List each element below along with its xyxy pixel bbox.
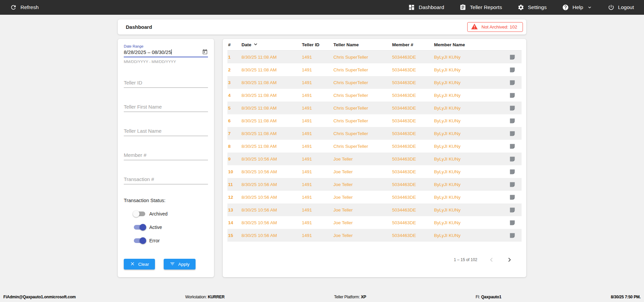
cell-teller-id: 1491	[302, 195, 333, 200]
col-teller-name: Teller Name	[333, 42, 392, 47]
table-row[interactable]: 78/30/25 11:08 AM1491Chris SuperTeller50…	[227, 127, 522, 140]
previous-page-icon[interactable]	[487, 256, 495, 264]
nav-help[interactable]: Help	[562, 4, 592, 11]
col-teller-id: Teller ID	[302, 42, 333, 47]
note-icon[interactable]	[503, 156, 522, 162]
cell-member-number: 5034463DE	[392, 67, 434, 72]
cell-member-number: 5034463DE	[392, 144, 434, 149]
calendar-icon[interactable]	[202, 49, 208, 55]
cell-date: 8/30/25 11:08 AM	[241, 80, 302, 85]
cell-number: 12	[227, 195, 241, 200]
gear-icon	[518, 4, 524, 11]
help-icon	[562, 4, 569, 11]
teller-first-name-input[interactable]	[124, 103, 208, 112]
cell-teller-name: Chris SuperTeller	[333, 131, 392, 136]
nav-teller-reports[interactable]: Teller Reports	[460, 4, 502, 11]
table-row[interactable]: 128/30/25 10:56 AM1491Joe Teller5034463D…	[227, 191, 522, 203]
nav-dashboard[interactable]: Dashboard	[408, 4, 444, 11]
table-row[interactable]: 18/30/25 11:08 AM1491Chris SuperTeller50…	[227, 51, 522, 63]
cell-number: 7	[227, 131, 241, 136]
note-icon[interactable]	[503, 220, 522, 226]
cell-date: 8/30/25 10:56 AM	[241, 207, 302, 213]
teller-last-name-input[interactable]	[124, 127, 208, 136]
next-page-icon[interactable]	[505, 256, 514, 264]
note-icon[interactable]	[503, 207, 522, 213]
warning-icon	[471, 23, 478, 31]
date-range-field[interactable]: Date Range 8/28/2025 – 08/30/25 MM/DD/YY…	[124, 44, 208, 64]
cell-teller-id: 1491	[302, 93, 333, 98]
not-archived-badge: Not Archived: 102	[467, 22, 523, 32]
refresh-button[interactable]: Refresh	[10, 4, 39, 11]
error-toggle[interactable]	[134, 238, 145, 243]
filter-icon	[170, 261, 175, 267]
table-row[interactable]: 98/30/25 10:56 AM1491Joe Teller5034463DE…	[227, 153, 522, 165]
table-row[interactable]: 148/30/25 10:56 AM1491Joe Teller5034463D…	[227, 216, 522, 229]
table-row[interactable]: 68/30/25 11:08 AM1491Chris SuperTeller50…	[227, 114, 522, 127]
member-number-input[interactable]	[124, 151, 208, 160]
cell-date: 8/30/25 11:08 AM	[241, 144, 302, 149]
cell-date: 8/30/25 10:56 AM	[241, 195, 302, 200]
nav-teller-reports-label: Teller Reports	[470, 4, 502, 10]
note-icon[interactable]	[503, 67, 522, 73]
cell-member-name: ByLyJI KUNy	[434, 220, 503, 225]
cell-member-name: ByLyJI KUNy	[434, 207, 503, 213]
note-icon[interactable]	[503, 54, 522, 60]
table-row[interactable]: 108/30/25 10:56 AM1491Joe Teller5034463D…	[227, 165, 522, 178]
cell-date: 8/30/25 11:08 AM	[241, 67, 302, 72]
nav-logout[interactable]: Logout	[608, 4, 634, 11]
note-icon[interactable]	[503, 143, 522, 149]
teller-id-input[interactable]	[124, 78, 208, 88]
col-date-sort[interactable]: Date	[241, 41, 302, 48]
note-icon[interactable]	[503, 130, 522, 137]
archived-toggle[interactable]	[134, 212, 145, 216]
apply-button[interactable]: Apply	[164, 259, 196, 269]
results-table: # Date Teller ID Teller Name Member # Me…	[223, 39, 526, 277]
note-icon[interactable]	[503, 92, 522, 99]
table-row[interactable]: 138/30/25 10:56 AM1491Joe Teller5034463D…	[227, 203, 522, 216]
cell-member-name: ByLyJI KUNy	[434, 169, 503, 174]
note-icon[interactable]	[503, 105, 522, 111]
clear-button[interactable]: Clear	[124, 259, 155, 269]
table-row[interactable]: 88/30/25 11:08 AM1491Chris SuperTeller50…	[227, 140, 522, 153]
toggle-thumb	[133, 210, 140, 217]
note-icon[interactable]	[503, 194, 522, 200]
cell-number: 1	[227, 55, 241, 60]
footer-platform: Teller Platform: XP	[334, 295, 366, 299]
table-row[interactable]: 58/30/25 11:08 AM1491Chris SuperTeller50…	[227, 102, 522, 114]
cell-teller-name: Chris SuperTeller	[333, 67, 392, 72]
note-icon[interactable]	[503, 79, 522, 86]
table-header: # Date Teller ID Teller Name Member # Me…	[227, 39, 522, 51]
cell-number: 8	[227, 144, 241, 149]
table-row[interactable]: 118/30/25 10:56 AM1491Joe Teller5034463D…	[227, 178, 522, 191]
transaction-status-label: Transaction Status:	[124, 198, 208, 203]
cell-teller-id: 1491	[302, 106, 333, 111]
cell-teller-name: Joe Teller	[333, 157, 392, 162]
cell-teller-id: 1491	[302, 169, 333, 174]
cell-date: 8/30/25 10:56 AM	[241, 169, 302, 174]
cell-member-name: ByLyJI KUNy	[434, 144, 503, 149]
table-row[interactable]: 48/30/25 11:08 AM1491Chris SuperTeller50…	[227, 89, 522, 102]
date-range-value[interactable]: 8/28/2025 – 08/30/25	[124, 49, 171, 55]
transaction-number-input[interactable]	[124, 175, 208, 184]
cell-teller-id: 1491	[302, 80, 333, 85]
note-icon[interactable]	[503, 232, 522, 239]
cell-teller-name: Chris SuperTeller	[333, 118, 392, 123]
cell-teller-id: 1491	[302, 157, 333, 162]
toggle-row-archived: Archived	[134, 211, 208, 217]
table-row[interactable]: 158/30/25 10:56 AM1491Joe Teller5034463D…	[227, 229, 522, 242]
cell-number: 10	[227, 169, 241, 174]
date-format-hint: MM/DD/YYYY - MM/DD/YYYY	[124, 60, 208, 64]
note-icon[interactable]	[503, 181, 522, 188]
note-icon[interactable]	[503, 169, 522, 175]
table-row[interactable]: 28/30/25 11:08 AM1491Chris SuperTeller50…	[227, 63, 522, 76]
table-row[interactable]: 38/30/25 11:08 AM1491Chris SuperTeller50…	[227, 76, 522, 89]
cell-member-number: 5034463DE	[392, 157, 434, 162]
nav-settings[interactable]: Settings	[518, 4, 547, 11]
cell-teller-name: Chris SuperTeller	[333, 106, 392, 111]
pagination-range-label: 1 – 15 of 102	[454, 257, 477, 262]
cell-member-name: ByLyJI KUNy	[434, 233, 503, 238]
cell-date: 8/30/25 11:08 AM	[241, 131, 302, 136]
top-nav: Refresh Dashboard Teller Reports Setting…	[0, 0, 644, 15]
note-icon[interactable]	[503, 118, 522, 124]
active-toggle[interactable]	[134, 225, 145, 230]
